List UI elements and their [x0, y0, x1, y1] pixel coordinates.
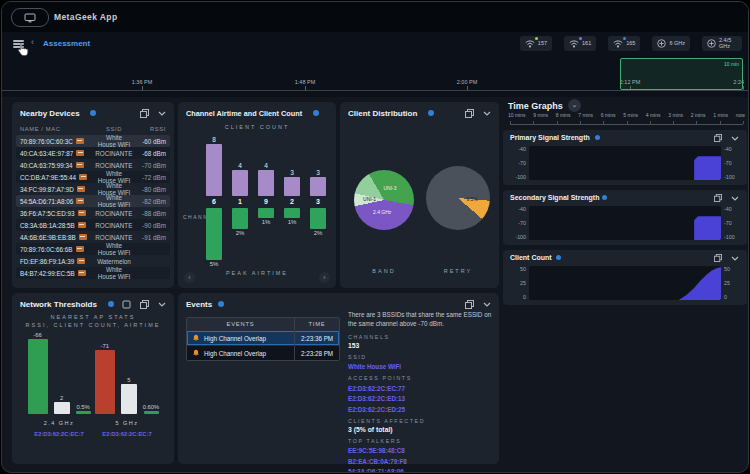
device-ssid: White House WiFi [96, 194, 132, 208]
device-mac: 70:89:76:0C:66:6B [20, 246, 96, 253]
table-row[interactable]: 70:89:76:0C:66:6BWhite House WiFi [16, 243, 170, 255]
mac-text: 34:FC:99:87:A7:9D [20, 186, 74, 193]
top-talkers-label: TOP TALKERS [348, 438, 496, 444]
band-filter-button-24-5ghz[interactable]: 2.4/5 GHz [702, 36, 742, 51]
access-point-icon [76, 246, 84, 252]
client-count-bar-area: 3 [284, 134, 300, 196]
table-row[interactable]: 4A:6B:6E:9B:EB:8BROCINANTE-91 dBm [16, 231, 170, 243]
table-row[interactable]: 54:5A:D6:71:A8:06White House WiFi-82 dBm [16, 195, 170, 207]
table-row[interactable]: 34:FC:99:87:A7:9DWhite House WiFi-80 dBm [16, 183, 170, 195]
graph-panel-title: Client Count [510, 254, 552, 261]
client-count-bar-area: 8 [206, 134, 222, 196]
timeline-axis [2, 90, 748, 91]
airtime-bar-area: 5% [206, 208, 222, 272]
info-dot [556, 255, 561, 260]
mac-text: B4:B7:42:99:EC:5B [20, 270, 75, 277]
back-chevron-icon[interactable]: ‹ [31, 37, 34, 47]
clients-bar [54, 402, 70, 414]
table-row[interactable]: B4:B7:42:99:EC:5BWhite House WiFi [16, 267, 170, 279]
device-mac: 34:FC:99:87:A7:9D [20, 186, 96, 193]
toolbar-buttons: 1571611656 GHz2.4/5 GHz [520, 36, 742, 51]
access-point-link[interactable]: E2:D3:62:2C:EC:77 [348, 385, 496, 392]
table-row[interactable]: FD:EF:86:F9:1A:39Watermelon [16, 255, 170, 267]
ruler-tick-label: 1 mins [713, 112, 728, 118]
top-talker-link[interactable]: EE:9C:5E:98:48:C8 [348, 447, 496, 454]
clients-value: 5 [127, 377, 130, 383]
ruler-tick [580, 121, 581, 124]
table-row[interactable]: C8:3A:6B:1A:28:5BROCINANTE-90 dBm [16, 219, 170, 231]
band-filter-button-6ghz[interactable]: 6 GHz [652, 36, 690, 51]
clients-bar [121, 384, 137, 414]
access-points-label: ACCESS POINTS [348, 375, 496, 381]
device-mac: 54:5A:D6:71:A8:06 [20, 198, 96, 205]
table-row[interactable]: 70:89:76:0C:60:3CWhite House WiFi-60 dBm [16, 135, 170, 147]
ruler-tick-label: 6 mins [601, 112, 616, 118]
ruler-tick [673, 121, 674, 124]
access-point-link[interactable]: E2:D3:62:2C:ED:13 [348, 395, 496, 402]
airtime-bar-area: 1% [284, 208, 300, 272]
chevron-down-icon[interactable] [731, 196, 739, 201]
device-rssi: -80 dBm [132, 186, 166, 193]
breadcrumb-assessment[interactable]: Assessment [43, 39, 90, 48]
access-point-link[interactable]: E2:D3:62:2C:ED:25 [348, 406, 496, 413]
copy-icon[interactable] [465, 300, 474, 309]
chevron-down-icon[interactable] [483, 111, 491, 116]
copy-icon[interactable] [140, 109, 149, 118]
table-row[interactable]: 40:CA:63:75:99:34ROCINANTE-70 dBm [16, 159, 170, 171]
channel-filter-button-157[interactable]: 157 [520, 36, 552, 51]
mac-text: 70:89:76:0C:66:6B [20, 246, 73, 253]
airtime-value: 0.60% [143, 404, 159, 410]
table-row[interactable]: 36:F6:A7:5C:ED:93ROCINANTE-88 dBm [16, 207, 170, 219]
nearest-ap-mac-link[interactable]: E2:D3:62:2C:EC:7 [22, 431, 96, 437]
pie-chart-retry: 9.5% [426, 166, 490, 230]
client-count-bar-area: 3 [310, 134, 326, 196]
chevron-down-icon[interactable] [731, 256, 739, 261]
graph-panel-header: Primary Signal Strength [503, 130, 747, 145]
ruler-tick [627, 121, 628, 124]
info-dot [313, 110, 319, 116]
pie-chart-band: UNI-3UNI-12.4 GHz [354, 170, 414, 230]
timeline-selection[interactable]: 10 min [620, 58, 743, 90]
band-filter-label: 6 GHz [669, 41, 685, 47]
info-dot [602, 195, 607, 200]
app-switcher-button[interactable] [11, 8, 49, 27]
copy-icon[interactable] [714, 254, 722, 262]
airtime-bar-area: 2% [232, 208, 248, 272]
band-filter-label: 2.4/5 GHz [719, 38, 737, 50]
airtime-bar [206, 208, 222, 260]
event-row[interactable]: High Channel Overlap2:23:36 PM [187, 330, 339, 345]
device-rssi: -70 dBm [132, 162, 166, 169]
chevron-down-icon[interactable] [158, 111, 166, 116]
top-talker-link[interactable]: 54:3A:D6:71:A8:06 [348, 468, 496, 473]
chevron-down-icon[interactable] [483, 302, 491, 307]
event-time-cell: 2:23:36 PM [294, 331, 339, 345]
access-point-icon [76, 198, 84, 204]
prev-page-button[interactable]: ‹ [184, 272, 195, 283]
pie-slice-label: 2.4 GHz [373, 209, 391, 215]
nearest-ap-mac-link[interactable]: E2:D3:62:2C:EC:7 [90, 431, 164, 437]
copy-icon[interactable] [714, 194, 722, 202]
channel-filter-button-165[interactable]: 165 [608, 36, 640, 51]
ruler-tick [650, 121, 651, 124]
timeline-tick-label: 1:36 PM [132, 79, 152, 85]
airtime-value: 1% [288, 219, 297, 225]
info-dot [218, 301, 224, 307]
copy-icon[interactable] [465, 109, 474, 118]
wifi-icon [613, 39, 623, 48]
chevron-down-icon[interactable] [158, 302, 166, 307]
table-row[interactable]: 40:CA:63:4E:97:87ROCINANTE-68 dBm [16, 147, 170, 159]
copy-icon[interactable] [714, 134, 722, 142]
ssid-label: SSID [348, 354, 496, 360]
mac-text: 54:5A:D6:71:A8:06 [20, 198, 73, 205]
event-row[interactable]: High Channel Overlap2:23:28 PM [187, 345, 339, 360]
top-talker-link[interactable]: B2:EA:CB:0A:79:F8 [348, 458, 496, 465]
event-detail: There are 3 BSSIDs that share the same E… [348, 311, 496, 473]
channel-filter-button-161[interactable]: 161 [564, 36, 596, 51]
ssid-link[interactable]: White House WiFi [348, 363, 496, 370]
table-row[interactable]: CC:DB:A7:9E:55:44White House WiFi-72 dBm [16, 171, 170, 183]
chevron-down-icon[interactable] [731, 136, 739, 141]
channels-value: 153 [348, 342, 496, 349]
collapse-button[interactable]: ⌄ [568, 99, 581, 112]
next-page-button[interactable]: › [319, 272, 330, 283]
channel-filter-label: 165 [626, 41, 635, 47]
